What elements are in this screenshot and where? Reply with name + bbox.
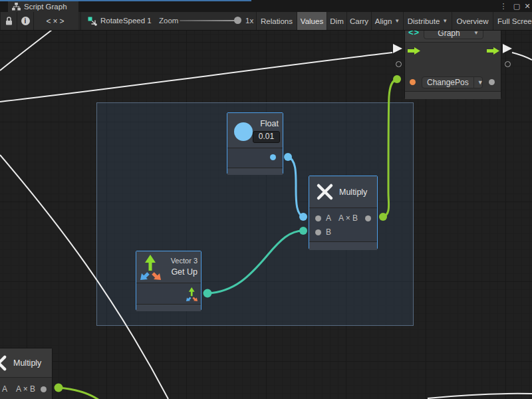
multiply-x-icon [316,183,334,201]
inspect-code-button[interactable]: <×> [33,12,78,30]
vector3-axes-icon [140,255,161,280]
relations-button[interactable]: Relations [256,12,297,30]
float-title: Float [260,119,279,128]
multiply-port-b[interactable] [315,229,321,235]
info-icon: i [21,17,30,25]
graph-window-icon [12,3,21,11]
unconnected-port-ring-left[interactable] [396,61,402,67]
multiply-title: Multiply [339,188,367,197]
chevron-down-icon: ▼ [473,30,483,36]
zoom-label: Zoom [159,17,178,25]
window-maximize-button[interactable]: ▢ [511,0,522,12]
float-footer [227,168,283,175]
info-button[interactable]: i [17,12,33,30]
zoom-value: 1x [245,17,253,25]
graph-unit-body: ChangePos ▼ [405,42,501,90]
toolbar: i <×> RotateSpeed 1 Zoom 1x Relations Va… [0,12,532,31]
bottom-multiply-header: Multiply [0,348,52,377]
float-header: Float 0.01 [227,113,283,148]
lock-button[interactable] [0,12,17,30]
getup-title: Get Up [171,267,198,277]
multiply-body: A A × B B [309,207,377,241]
outgoing-flow-arrowhead [503,44,512,53]
multiply-node[interactable]: Multiply A A × B B [309,176,378,249]
multiply-footer [309,241,377,250]
distribute-label: Distribute [408,17,440,25]
window-close-button[interactable]: ✕ [522,0,532,12]
changepos-label: ChangePos [422,78,473,87]
float-node[interactable]: Float 0.01 [227,112,283,174]
tab-script-graph[interactable]: Script Graph [8,1,78,12]
bottom-multiply-port-a-label: A [2,384,7,394]
maximize-icon: ▢ [513,2,520,11]
window-menu-button[interactable]: ⋮ [498,0,509,12]
carry-label: Carry [350,17,368,25]
unconnected-port-ring-right[interactable] [505,61,511,67]
tab-title: Script Graph [24,3,67,11]
kebab-menu-icon: ⋮ [500,2,507,11]
bottom-multiply-body: A A × B [0,377,52,399]
align-label: Align [375,17,392,25]
chevron-down-icon: ▼ [473,77,487,88]
tab-bar: Script Graph ⋮ ▢ ✕ [0,0,532,12]
multiply-x-icon [0,354,7,372]
carry-button[interactable]: Carry [346,12,371,30]
vector3-type-label: Vector 3 [171,257,198,265]
align-button[interactable]: Align ▼ [371,12,403,30]
chevron-down-icon: ▼ [394,18,400,24]
bottom-multiply-out-port[interactable] [41,386,47,392]
zoom-slider-track[interactable] [180,20,241,21]
multiply-port-a[interactable] [315,215,321,221]
multiply-port-a-label: A [326,213,331,223]
overview-button[interactable]: Overview [452,12,493,30]
float-body [227,148,283,168]
full-screen-label: Full Screen [497,17,532,25]
full-screen-button[interactable]: Full Screen [493,12,532,30]
graph-unit-footer [405,91,501,99]
dim-label: Dim [330,17,343,25]
multiply-port-b-label: B [326,227,331,237]
script-graph-window: { "tab_bar": { "title": "Script Graph", … [0,0,532,399]
bottom-multiply-node[interactable]: Multiply A A × B [0,348,53,399]
close-icon: ✕ [524,2,530,11]
vector3-output-port-icon[interactable] [186,287,198,301]
graph-breadcrumb[interactable]: RotateSpeed 1 Zoom 1x [80,12,256,30]
float-output-port[interactable] [270,154,276,160]
values-label: Values [301,17,323,25]
vector3-getup-node[interactable]: Vector 3 Get Up [136,251,201,311]
float-literal-icon [234,122,253,141]
chevron-down-icon: ▼ [442,18,448,24]
relations-label: Relations [261,17,293,25]
zoom-slider-handle[interactable] [234,17,241,24]
dim-button[interactable]: Dim [327,12,346,30]
bottom-multiply-out-label: A × B [16,384,35,394]
float-value-input[interactable]: 0.01 [253,131,280,143]
overview-label: Overview [457,17,489,25]
code-brackets-x-icon: <×> [46,17,66,26]
lock-icon [5,17,13,25]
value-output-port[interactable] [489,79,495,85]
vector3-header: Vector 3 Get Up [136,251,201,283]
control-output-arrow-icon[interactable] [487,47,499,55]
multiply-out-label: A × B [338,213,358,223]
multiply-header: Multiply [309,176,377,207]
changepos-variable-dropdown[interactable]: ChangePos ▼ [422,76,483,88]
vector3-body [136,283,201,304]
graph-unit-node[interactable]: <> Graph ▼ ChangePos ▼ [404,24,501,98]
values-button[interactable]: Values [297,12,327,30]
script-graph-asset-icon [88,17,97,26]
control-input-arrow-icon[interactable] [408,47,420,55]
multiply-out-port[interactable] [365,215,371,221]
bottom-multiply-title: Multiply [13,358,41,368]
variable-input-port[interactable] [410,79,416,85]
incoming-flow-arrowhead [393,44,402,53]
graph-name: RotateSpeed 1 [100,17,152,25]
distribute-button[interactable]: Distribute ▼ [403,12,452,30]
vector3-footer [136,304,201,311]
